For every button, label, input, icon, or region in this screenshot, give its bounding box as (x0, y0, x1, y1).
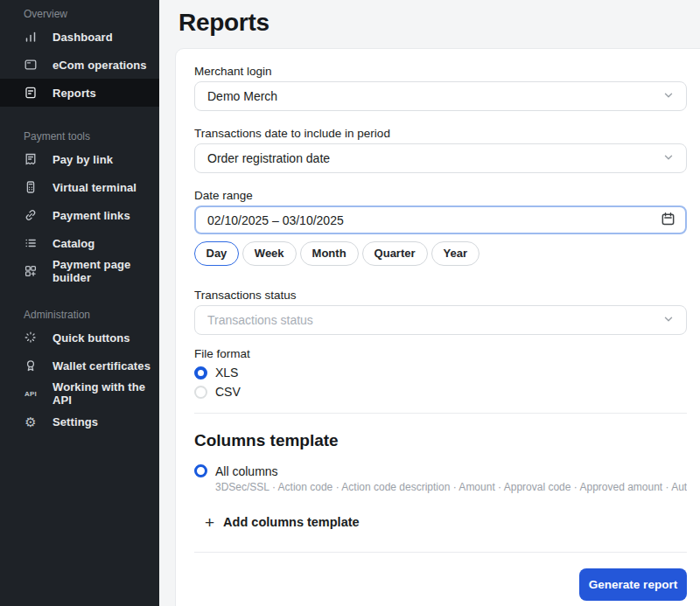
sidebar-item-pay-by-link[interactable]: Pay by link (0, 145, 159, 173)
all-columns-radio-row[interactable]: All columns (194, 464, 687, 478)
sidebar-item-payment-links[interactable]: Payment links (0, 201, 159, 229)
columns-template-option-all: All columns 3DSec/SSL · Action code · Ac… (194, 464, 687, 493)
columns-template-heading: Columns template (194, 431, 687, 450)
sidebar: Overview Dashboard eCom operations Repor… (0, 0, 159, 606)
radio-label: CSV (215, 385, 241, 399)
sidebar-section-administration: Administration (0, 306, 159, 324)
sidebar-item-virtual-terminal[interactable]: Virtual terminal (0, 173, 159, 201)
sidebar-item-working-with-the-api[interactable]: API Working with the API (0, 380, 159, 407)
card-icon (24, 58, 38, 72)
file-format-option-xls[interactable]: XLS (194, 366, 687, 380)
sidebar-item-settings[interactable]: ⚙ Settings (0, 407, 159, 435)
sidebar-item-label: eCom operations (52, 59, 147, 72)
transactions-date-select[interactable]: Order registration date (194, 143, 687, 173)
sidebar-item-label: Catalog (52, 237, 94, 250)
sidebar-item-label: Settings (52, 415, 98, 428)
chevron-down-icon (662, 313, 675, 328)
sidebar-item-label: Pay by link (52, 153, 113, 166)
list-icon (24, 236, 38, 250)
grid-plus-icon (24, 264, 38, 278)
gear-icon: ⚙ (24, 414, 38, 428)
radio-selected-icon[interactable] (194, 464, 207, 477)
date-range-input[interactable]: 02/10/2025 – 03/10/2025 (194, 205, 687, 234)
radio-selected-icon[interactable] (194, 366, 207, 380)
file-format-option-csv[interactable]: CSV (194, 385, 687, 399)
report-form-card: Merchant login Demo Merch Transactions d… (175, 48, 700, 606)
merchant-login-value: Demo Merch (207, 89, 277, 103)
sidebar-item-label: Wallet certificates (52, 359, 150, 373)
sparkle-icon (24, 331, 38, 345)
terminal-icon (24, 180, 38, 194)
sidebar-item-label: Payment links (52, 209, 130, 222)
merchant-login-select[interactable]: Demo Merch (194, 81, 687, 111)
sidebar-section-payment-tools: Payment tools (0, 128, 159, 145)
form-footer: Generate report (194, 568, 687, 601)
date-range-value: 02/10/2025 – 03/10/2025 (207, 213, 344, 227)
sidebar-item-wallet-certificates[interactable]: Wallet certificates (0, 352, 159, 380)
generate-report-button[interactable]: Generate report (579, 568, 687, 601)
period-pill-week[interactable]: Week (242, 241, 297, 266)
report-icon (24, 86, 38, 100)
sidebar-item-ecom-operations[interactable]: eCom operations (0, 51, 159, 79)
merchant-login-label: Merchant login (194, 65, 687, 78)
period-pill-month[interactable]: Month (300, 241, 359, 266)
sidebar-item-label: Virtual terminal (52, 181, 136, 194)
badge-icon (24, 359, 38, 373)
radio-unselected-icon[interactable] (194, 386, 207, 399)
transactions-status-label: Transactions status (194, 289, 687, 302)
sidebar-item-payment-page-builder[interactable]: Payment page builder (0, 257, 159, 285)
sidebar-item-dashboard[interactable]: Dashboard (0, 23, 159, 51)
transactions-date-value: Order registration date (207, 151, 330, 165)
transactions-status-placeholder: Transactions status (207, 313, 313, 327)
api-icon: API (24, 387, 38, 401)
period-pill-year[interactable]: Year (431, 241, 480, 266)
radio-label: All columns (215, 464, 278, 478)
sidebar-item-quick-buttons[interactable]: Quick buttons (0, 324, 159, 352)
page-title: Reports (178, 9, 700, 37)
section-divider (194, 413, 687, 414)
transactions-status-select[interactable]: Transactions status (194, 305, 687, 335)
radio-label: XLS (215, 366, 238, 380)
sidebar-section-overview: Overview (0, 5, 159, 23)
transactions-date-label: Transactions date to include in period (194, 127, 687, 140)
sidebar-item-label: Dashboard (52, 31, 113, 44)
date-range-label: Date range (194, 189, 687, 202)
bar-chart-icon (24, 30, 38, 44)
sidebar-item-label: Reports (52, 87, 96, 100)
sidebar-item-reports[interactable]: Reports (0, 79, 159, 107)
calendar-icon[interactable] (661, 212, 676, 229)
period-pill-group: Day Week Month Quarter Year (194, 241, 687, 266)
chevron-down-icon (662, 151, 675, 166)
receipt-icon (24, 152, 38, 166)
period-pill-day[interactable]: Day (194, 241, 239, 266)
main-content: Reports Merchant login Demo Merch Transa… (159, 0, 700, 606)
file-format-label: File format (194, 347, 687, 360)
sidebar-item-label: Quick buttons (52, 331, 130, 345)
add-columns-template-label: Add columns template (223, 515, 360, 529)
sidebar-item-catalog[interactable]: Catalog (0, 229, 159, 257)
sidebar-item-label: Payment page builder (52, 258, 159, 284)
chevron-down-icon (662, 89, 675, 104)
add-columns-template-button[interactable]: + Add columns template (205, 514, 360, 531)
footer-divider (194, 552, 687, 553)
sidebar-item-label: Working with the API (52, 380, 159, 407)
link-icon (24, 208, 38, 222)
plus-icon: + (205, 514, 214, 531)
all-columns-description: 3DSec/SSL · Action code · Action code de… (215, 481, 687, 493)
period-pill-quarter[interactable]: Quarter (362, 241, 428, 266)
